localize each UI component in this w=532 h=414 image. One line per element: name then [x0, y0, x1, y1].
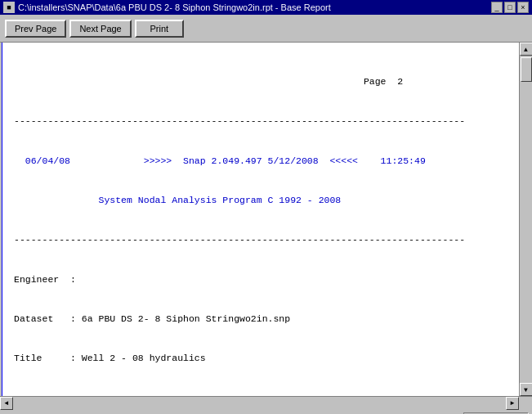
main-content-area: Page 2 ---------------------------------… — [0, 43, 532, 396]
separator-3: ----------------------------------------… — [14, 391, 511, 396]
engineer-line: Engineer : — [14, 273, 511, 286]
report-content: Page 2 ---------------------------------… — [6, 43, 519, 396]
close-button[interactable]: × — [517, 2, 529, 13]
date-info-line: 06/04/08 >>>>> Snap 2.049.497 5/12/2008 … — [14, 155, 511, 168]
title-line: Title : Well 2 - 08 hydraulics — [14, 352, 511, 365]
prev-page-button[interactable]: Prev Page — [5, 20, 66, 38]
dataset-line: Dataset : 6a PBU DS 2- 8 Siphon Stringwo… — [14, 313, 511, 326]
scroll-track-h[interactable] — [13, 397, 506, 410]
title-bar: ■ C:\installers\SNAP\Data\6a PBU DS 2- 8… — [0, 0, 532, 15]
separator-1: ----------------------------------------… — [14, 115, 511, 128]
next-page-button[interactable]: Next Page — [69, 20, 131, 38]
scroll-up-button[interactable]: ▲ — [520, 43, 533, 56]
window-title: C:\installers\SNAP\Data\6a PBU DS 2- 8 S… — [18, 2, 331, 12]
toolbar: Prev Page Next Page Print — [0, 15, 532, 43]
minimize-button[interactable]: _ — [491, 2, 503, 13]
print-button[interactable]: Print — [135, 20, 184, 38]
page-number-line: Page 2 — [14, 75, 511, 88]
left-border-marker — [0, 43, 2, 396]
scroll-left-button[interactable]: ◄ — [0, 397, 13, 410]
maximize-button[interactable]: □ — [504, 2, 516, 13]
bottom-area: ◄ ► Computed — [0, 396, 532, 414]
app-icon: ■ — [3, 2, 15, 13]
scroll-thumb-v[interactable] — [521, 57, 532, 82]
separator-2: ----------------------------------------… — [14, 233, 511, 246]
scroll-right-button[interactable]: ► — [506, 397, 519, 410]
horizontal-scrollbar[interactable]: ◄ ► — [0, 396, 532, 409]
status-bar: Computed — [0, 409, 532, 414]
program-info-line: System Nodal Analysis Program C 1992 - 2… — [14, 194, 511, 207]
vertical-scrollbar[interactable]: ▲ ▼ — [519, 43, 532, 396]
scroll-track-v[interactable] — [520, 56, 533, 383]
scroll-down-button[interactable]: ▼ — [520, 383, 533, 396]
